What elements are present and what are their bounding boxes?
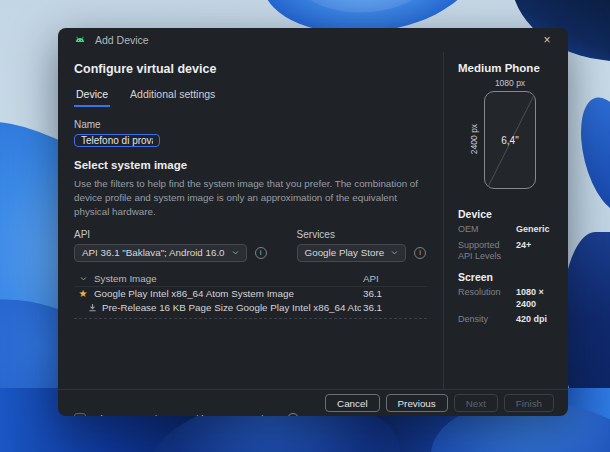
- select-system-image-heading: Select system image: [74, 159, 427, 171]
- density-label: Density: [458, 314, 516, 326]
- system-image-name: Pre-Release 16 KB Page Size Google Play …: [102, 302, 361, 313]
- finish-button[interactable]: Finish: [504, 394, 554, 412]
- supported-api-value: 24+: [516, 240, 531, 263]
- chevron-down-icon[interactable]: [76, 275, 90, 282]
- device-profile-title: Medium Phone: [458, 62, 556, 74]
- api-filter-select[interactable]: API 36.1 "Baklava"; Android 16.0: [74, 244, 247, 262]
- dialog-titlebar: Add Device ×: [58, 28, 568, 52]
- tab-bar: Device Additional settings: [74, 86, 427, 107]
- page-title: Configure virtual device: [74, 62, 427, 76]
- download-icon[interactable]: [86, 303, 98, 312]
- dialog-title: Add Device: [95, 34, 149, 46]
- system-image-api: 36.1: [361, 302, 427, 313]
- device-section-heading: Device: [458, 208, 556, 220]
- table-header: System Image API: [74, 272, 427, 287]
- screen-section-heading: Screen: [458, 271, 556, 283]
- wallpaper-shape: [570, 91, 610, 218]
- desktop-background: Add Device × Configure virtual device De…: [0, 0, 610, 452]
- phone-diagram: 1080 px 2400 px 6,4": [458, 78, 556, 200]
- chevron-down-icon: [232, 249, 239, 256]
- column-header-system-image[interactable]: System Image: [94, 273, 361, 284]
- api-filter-value: API 36.1 "Baklava"; Android 16.0: [82, 247, 225, 258]
- phone-outline: 6,4": [484, 91, 536, 189]
- system-image-api: 36.1: [361, 288, 427, 299]
- device-details-panel: Medium Phone 1080 px 2400 px 6,4" Device…: [443, 52, 568, 389]
- tab-device[interactable]: Device: [74, 86, 110, 107]
- next-button[interactable]: Next: [454, 394, 498, 412]
- phone-width-label: 1080 px: [478, 78, 542, 88]
- android-icon: [74, 34, 86, 46]
- name-input[interactable]: [74, 134, 160, 147]
- oem-label: OEM: [458, 224, 516, 236]
- services-filter-select[interactable]: Google Play Store: [297, 244, 407, 262]
- api-filter-label: API: [74, 229, 247, 240]
- tab-additional-settings[interactable]: Additional settings: [128, 86, 217, 107]
- add-device-dialog: Add Device × Configure virtual device De…: [58, 28, 568, 416]
- detail-row-supported-api: Supported API Levels 24+: [458, 240, 556, 263]
- name-label: Name: [74, 119, 427, 130]
- density-value: 420 dpi: [516, 314, 547, 326]
- dialog-footer: Cancel Previous Next Finish: [58, 389, 568, 416]
- api-info-icon[interactable]: [255, 247, 267, 259]
- table-row-pre-release[interactable]: Pre-Release 16 KB Page Size Google Play …: [74, 301, 427, 315]
- table-row-google-play[interactable]: ★ Google Play Intel x86_64 Atom System I…: [74, 287, 427, 301]
- column-header-api[interactable]: API: [361, 273, 427, 284]
- phone-height-label: 2400 px: [469, 107, 479, 171]
- detail-row-resolution: Resolution 1080 × 2400: [458, 287, 556, 310]
- phone-diagonal-label: 6,4": [485, 92, 535, 188]
- chevron-down-icon: [391, 249, 398, 256]
- supported-api-label: Supported API Levels: [458, 240, 516, 263]
- table-divider: [74, 318, 427, 319]
- detail-row-density: Density 420 dpi: [458, 314, 556, 326]
- main-panel: Configure virtual device Device Addition…: [58, 52, 443, 389]
- detail-row-oem: OEM Generic: [458, 224, 556, 236]
- resolution-label: Resolution: [458, 287, 516, 310]
- system-image-table: System Image API ★ Google Play Intel x86…: [74, 272, 427, 319]
- star-icon[interactable]: ★: [76, 289, 90, 299]
- services-filter-value: Google Play Store: [305, 247, 385, 258]
- close-icon[interactable]: ×: [538, 31, 556, 49]
- cancel-button[interactable]: Cancel: [325, 394, 380, 412]
- oem-value: Generic: [516, 224, 550, 236]
- services-filter-label: Services: [297, 229, 407, 240]
- services-info-icon[interactable]: [414, 247, 426, 259]
- system-image-name: Google Play Intel x86_64 Atom System Ima…: [94, 288, 361, 299]
- resolution-value: 1080 × 2400: [516, 287, 556, 310]
- system-image-description: Use the filters to help find the system …: [74, 177, 427, 219]
- previous-button[interactable]: Previous: [386, 394, 448, 412]
- filter-row: API API 36.1 "Baklava"; Android 16.0 Ser…: [74, 229, 427, 262]
